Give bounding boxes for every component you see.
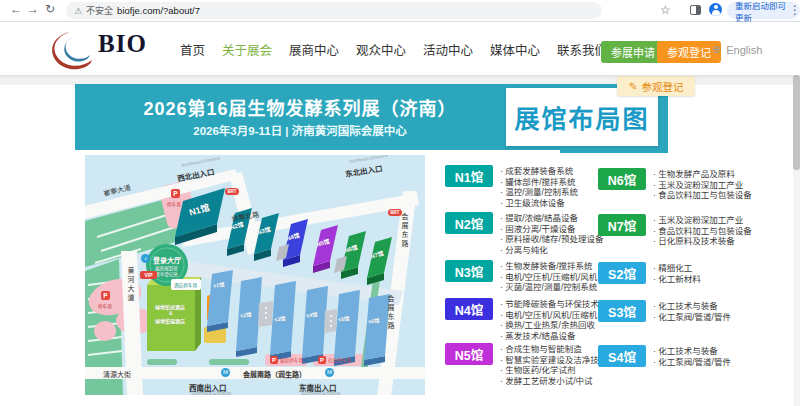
banner-title: 2026第16届生物发酵系列展（济南）	[75, 94, 525, 120]
legend-block-s3: S3馆 化工技术与装备 化工泵阀/管道/管件	[598, 300, 731, 322]
banner-subtitle: 2026年3月9-11日 | 济南黄河国际会展中心	[75, 122, 525, 138]
legend-block-s4: S4馆 化工技术与装备 化工泵阀/管道/管件	[598, 345, 731, 367]
legend-item: 玉米及淀粉深加工产业	[653, 215, 752, 226]
hotel-label-1: 绿地铂派酒店	[155, 303, 185, 310]
vip-parking-badge: VIP	[140, 271, 157, 279]
apply-exhibit-button[interactable]: 参展申请	[601, 41, 665, 63]
parking-label-south1: 展馆停车场	[280, 357, 303, 363]
se-entrance-en: Southeast Entrance	[301, 391, 341, 395]
metro-station-icon-1: M	[221, 368, 230, 377]
sw-entrance-en: Southwest Entrance	[191, 391, 231, 395]
parking-label-south2: 社会停车场	[328, 357, 351, 363]
not-secure-label[interactable]: 不安全	[86, 4, 113, 17]
back-icon[interactable]: ←	[10, 2, 22, 16]
legend-block-n4: N4馆 节能降碳装备与环保技术 电机/空压机/风机/压缩机 换热/工业热泵/余热…	[445, 298, 599, 341]
legend-item: 温控/测量/控制系统	[500, 187, 578, 198]
legend-badge-n1: N1馆	[445, 165, 493, 187]
legend-block-s2: S2馆 精细化工 化工新材料	[598, 262, 701, 284]
legend-badge-s4: S4馆	[598, 345, 646, 367]
menu-item-contact[interactable]: 联系我们	[557, 40, 607, 59]
bookmark-star-icon[interactable]: ☆	[660, 3, 671, 17]
lobby-sub2: 观众登记处	[155, 271, 178, 277]
legend-badge-n2: N2馆	[445, 212, 493, 234]
legend-item: 固液分离/干燥设备	[500, 224, 603, 235]
venue-map: 崔寨大道 Northwest Entrance 西北出入口 Northeast …	[85, 155, 425, 395]
legend-block-n3: N3馆 生物发酵装备/搅拌系统 电机/空压机/压缩机/风机 灭菌/温控/测量/控…	[445, 260, 597, 293]
legend-item: 电机/空压机/风机/压缩机	[500, 310, 599, 321]
globe-icon: ⊕	[712, 43, 721, 56]
language-switch[interactable]: ⊕ English	[712, 43, 762, 56]
layout-title: 展馆布局图	[514, 99, 649, 135]
legend-item: 玉米及淀粉深加工产业	[653, 180, 752, 191]
legend-item: 成套发酵装备系统	[500, 166, 578, 177]
browser-toolbar: ← → ↻ ⚠ 不安全 biofje.com/?about/7 ☆ 重新启动即可…	[0, 0, 800, 22]
road-label-south-left: 清源大街	[103, 369, 131, 379]
parking-label-2: 停车场	[98, 303, 112, 309]
floating-register-label[interactable]: 参观登记	[641, 79, 683, 94]
legend-block-n2: N2馆 提取/浓缩/结晶设备 固液分离/干燥设备 原料接收/储存/预处理设备 分…	[445, 212, 603, 255]
hotel-label-2: 绿地铂瑞酒店	[155, 317, 185, 324]
legend-block-n1: N1馆 成套发酵装备系统 罐体部件/搅拌系统 温控/测量/控制系统 卫生级流体设…	[445, 165, 578, 208]
not-secure-warning-icon: ⚠	[74, 6, 82, 16]
legend-item: 卫生级流体设备	[500, 198, 578, 209]
parking-icon-2: P	[101, 291, 110, 300]
legend-item: 发酵工艺研发小试/中试	[500, 376, 607, 387]
legend-block-n7: N7馆 玉米及淀粉深加工产业 食品饮料加工与包装设备 日化原料及技术装备	[598, 214, 752, 247]
audio-guide-icon: ♪	[141, 254, 150, 263]
legend-item: 罐体部件/搅拌系统	[500, 177, 578, 188]
menu-item-about[interactable]: 关于展会	[222, 40, 272, 59]
legend-item: 提取/浓缩/结晶设备	[500, 213, 603, 224]
legend-block-n6: N6馆 生物发酵产品及原料 玉米及淀粉深加工产业 食品饮料加工与包装设备	[598, 168, 752, 201]
menu-item-media[interactable]: 媒体中心	[490, 40, 540, 59]
menu-item-visitor[interactable]: 观众中心	[356, 40, 406, 59]
legend-item: 食品饮料加工与包装设备	[653, 226, 752, 237]
legend-item: 日化原料及技术装备	[653, 236, 752, 247]
lobby-label: 登录大厅	[153, 255, 181, 265]
scrollbar-thumb[interactable]	[793, 75, 800, 170]
legend-item: 蒸发技术/结晶设备	[500, 331, 599, 342]
legend-badge-n3: N3馆	[445, 260, 493, 282]
side-panel-icon[interactable]	[690, 5, 701, 15]
reload-icon[interactable]: ↻	[45, 2, 55, 16]
menu-item-exhibitor[interactable]: 展商中心	[289, 40, 339, 59]
hotel-label-amp: &	[169, 310, 173, 316]
language-label[interactable]: English	[726, 44, 762, 56]
legend-badge-n5: N5馆	[445, 343, 493, 365]
forward-icon[interactable]: →	[27, 2, 39, 16]
road-label-south: 会展南路（润生路）	[243, 369, 306, 379]
hall-label-s2: s2馆	[240, 310, 252, 319]
legend-item: 原料接收/储存/预处理设备	[500, 234, 603, 245]
site-logo[interactable]: BIO	[40, 26, 170, 72]
floating-register-tab[interactable]: ✎ 参观登记	[617, 76, 695, 96]
hall-label-s1: s1馆	[213, 280, 225, 289]
address-bar[interactable]: ⚠ 不安全 biofje.com/?about/7	[66, 2, 602, 19]
legend-item: 化工技术与装备	[653, 346, 731, 357]
metro-station-icon-2: M	[325, 368, 334, 377]
pencil-icon: ✎	[629, 80, 638, 92]
logo-text: BIO	[98, 30, 147, 58]
legend-item: 生物医药/化学试剂	[500, 365, 607, 376]
legend-item: 食品饮料加工与包装设备	[653, 190, 752, 201]
parking-label-1: 停车场	[167, 201, 181, 207]
legend-item: 生物发酵产品及原料	[653, 169, 752, 180]
browser-menu-icon[interactable]: ⋮	[789, 3, 800, 17]
url-text[interactable]: biofje.com/?about/7	[117, 5, 200, 16]
profile-avatar[interactable]	[709, 3, 722, 16]
parking-icon-south1: P	[270, 356, 278, 364]
legend-item: 化工泵阀/管道/管件	[653, 312, 731, 323]
legend-block-n5: N5馆 合成生物与智能制造 智慧实验室建设及洁净技术 生物医药/化学试剂 发酵工…	[445, 343, 607, 386]
menu-item-home[interactable]: 首页	[180, 40, 205, 59]
legend-item: 换热/工业热泵/余热回收	[500, 320, 599, 331]
legend-item: 分离与纯化	[500, 245, 603, 256]
parking-icon-south2: P	[318, 356, 326, 364]
road-label-east-2: 会展东路	[385, 295, 395, 331]
legend-item: 电机/空压机/压缩机/风机	[500, 272, 597, 283]
legend-badge-s3: S3馆	[598, 300, 646, 322]
legend-badge-s2: S2馆	[598, 262, 646, 284]
legend-item: 节能降碳装备与环保技术	[500, 299, 599, 310]
menu-item-activity[interactable]: 活动中心	[423, 40, 473, 59]
road-label-east-1: 会展东路	[399, 213, 409, 249]
road-label-west: 黄河大道	[125, 267, 135, 303]
venue-map-graphic	[85, 155, 425, 395]
legend-item: 生物发酵装备/搅拌系统	[500, 261, 597, 272]
